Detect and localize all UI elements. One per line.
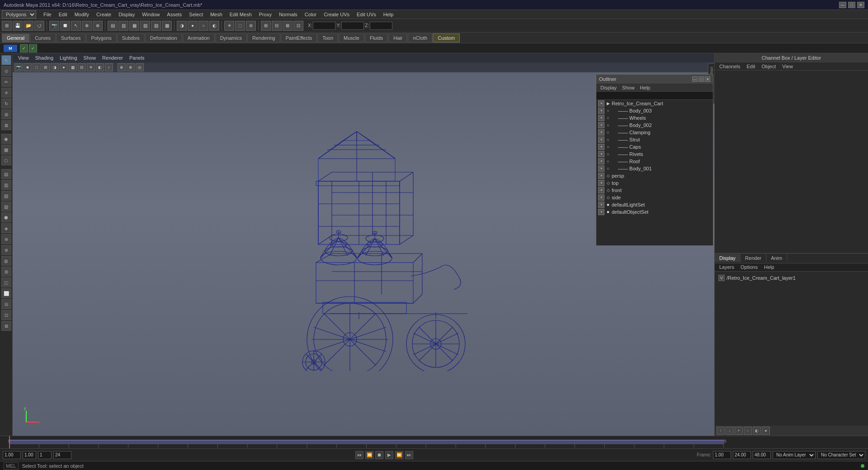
poly-tool-5[interactable]: ⬢ (1, 212, 11, 222)
outliner-visibility-icon[interactable]: ⚬ (598, 144, 604, 150)
outliner-visibility-icon[interactable]: ⚬ (598, 129, 604, 136)
poly-tool-8[interactable]: ⊗ (1, 245, 11, 255)
transport-start[interactable]: ⏮ (355, 451, 363, 459)
toolbar-button[interactable]: ▩ (162, 21, 172, 31)
toolbar-button[interactable]: ◌ (235, 21, 245, 31)
outliner-item[interactable]: ⚬○—— Body_001 (596, 165, 713, 172)
toolbar-button[interactable]: ▥ (118, 21, 128, 31)
menu-item-display[interactable]: Display (115, 11, 138, 18)
character-set-select[interactable]: No Character Set (817, 451, 865, 459)
outliner-visibility-icon[interactable]: ⚬ (598, 209, 604, 215)
toolbar-button[interactable]: ● (188, 21, 198, 31)
minimize-button[interactable]: — (839, 2, 846, 8)
tab-surfaces[interactable]: Surfaces (56, 33, 85, 42)
outliner-item[interactable]: ⚬○—— Clamping (596, 129, 713, 136)
menu-item-file[interactable]: File (40, 11, 55, 18)
poly-tool-2[interactable]: ▥ (1, 180, 11, 190)
layer-btn-5[interactable]: ◐ (753, 427, 761, 435)
menu-item-edit-mesh[interactable]: Edit Mesh (226, 11, 255, 18)
range-end-input[interactable] (53, 451, 71, 459)
tab-subdivs[interactable]: Subdivs (117, 33, 145, 42)
frame-range-total[interactable] (753, 451, 771, 459)
scale-tool[interactable]: ⊞ (1, 109, 11, 119)
toolbar-button[interactable]: ▦ (129, 21, 139, 31)
layer-menu-help[interactable]: Help (761, 264, 777, 270)
vp-snap2[interactable]: ⊗ (127, 63, 135, 71)
outliner-visibility-icon[interactable]: ⚬ (598, 173, 604, 179)
vp-shade1[interactable]: ◑ (51, 63, 59, 71)
outliner-item[interactable]: ⚬■defaultLightSet (596, 201, 713, 208)
layer-btn-2[interactable]: ↓ (726, 427, 734, 435)
vp-camera[interactable]: 📷 (14, 63, 23, 71)
toolbar-button[interactable]: ⊡ (293, 21, 303, 31)
tab-polygons[interactable]: Polygons (86, 33, 116, 42)
mode-selector[interactable]: Polygons (2, 10, 36, 19)
vp-menu-lighting[interactable]: Lighting (57, 54, 80, 61)
poly-tool-14[interactable]: ⊡ (1, 310, 11, 320)
layer-btn-3[interactable]: + (735, 427, 743, 435)
timeline[interactable] (0, 436, 868, 448)
outliner-item[interactable]: ⚬○—— Rivets (596, 150, 713, 158)
camera-tool[interactable]: ◉ (1, 134, 11, 144)
out-menu-help[interactable]: Help (638, 85, 653, 91)
outliner-search-input[interactable] (598, 93, 711, 98)
start-frame-input[interactable] (3, 451, 21, 459)
outliner-maximize[interactable]: □ (698, 76, 704, 82)
transport-next[interactable]: ⏩ (395, 451, 403, 459)
vp-menu-panels[interactable]: Panels (127, 54, 147, 61)
outliner-item[interactable]: ⚬○—— Caps (596, 143, 713, 150)
vp-snap1[interactable]: ⊕ (118, 63, 126, 71)
menu-item-select[interactable]: Select (185, 11, 207, 18)
toolbar-button[interactable]: 🔲 (60, 21, 70, 31)
current-frame-display[interactable] (23, 451, 36, 459)
paint-weights-tool[interactable]: ⬡ (1, 155, 11, 165)
vp-texture[interactable]: ▦ (69, 63, 77, 71)
poly-tool-13[interactable]: ⊟ (1, 299, 11, 309)
transport-stop[interactable]: ⏹ (375, 451, 383, 459)
outliner-item[interactable]: ⚬○—— Roof (596, 158, 713, 165)
outliner-item[interactable]: ⚬○—— Body_003 (596, 107, 713, 114)
outliner-item[interactable]: ⚬○—— Strut (596, 136, 713, 143)
toolbar-button[interactable]: 📷 (49, 21, 59, 31)
outliner-item[interactable]: ⚬▶Retro_Ice_Cream_Cart (596, 100, 713, 107)
menu-item-edit-uvs[interactable]: Edit UVs (353, 11, 380, 18)
menu-item-proxy[interactable]: Proxy (255, 11, 275, 18)
anim-layer-select[interactable]: No Anim Layer (773, 451, 816, 459)
outliner-item[interactable]: ⚬◇side (596, 194, 713, 201)
vp-grid[interactable]: ⊟ (78, 63, 86, 71)
outliner-visibility-icon[interactable]: ⚬ (598, 187, 604, 193)
outliner-visibility-icon[interactable]: ⚬ (598, 202, 604, 208)
tab-hair[interactable]: Hair (388, 33, 407, 42)
outliner-visibility-icon[interactable]: ⚬ (598, 122, 604, 128)
outliner-item[interactable]: ⚬◇persp (596, 172, 713, 179)
close-button[interactable]: ✕ (857, 2, 864, 8)
tab-dynamics[interactable]: Dynamics (215, 33, 247, 42)
snap-tool[interactable]: ⊠ (1, 321, 11, 331)
vp-shade2[interactable]: ● (60, 63, 68, 71)
coord-input-x[interactable] (313, 22, 335, 30)
outliner-visibility-icon[interactable]: ⚬ (598, 100, 604, 107)
tab-painteffects[interactable]: PaintEffects (281, 33, 317, 42)
poly-tool-10[interactable]: ⊞ (1, 267, 11, 277)
layer-visibility[interactable]: V (718, 275, 725, 281)
poly-tool-9[interactable]: ◍ (1, 256, 11, 266)
toolbar-button[interactable]: ▨ (151, 21, 161, 31)
menu-item-modify[interactable]: Modify (71, 11, 93, 18)
poly-tool-11[interactable]: ◫ (1, 277, 11, 287)
poly-tool-3[interactable]: ▧ (1, 191, 11, 201)
menu-item-window[interactable]: Window (138, 11, 163, 18)
poly-tool-4[interactable]: ▨ (1, 202, 11, 212)
vp-select1[interactable]: ■ (24, 63, 32, 71)
toolbar-button[interactable]: ⊟ (272, 21, 282, 31)
toolbar-button[interactable]: 📂 (24, 21, 33, 31)
coord-input-z[interactable] (370, 22, 392, 30)
poly-tool-1[interactable]: ▤ (1, 169, 11, 179)
outliner-search[interactable] (596, 92, 713, 100)
toolbar-button[interactable]: ⭯ (34, 21, 44, 31)
tab-general[interactable]: General (2, 33, 29, 42)
layer-tab-display[interactable]: Display (715, 254, 741, 262)
outliner-item[interactable]: ⚬○—— Wheels (596, 114, 713, 122)
tab-deformation[interactable]: Deformation (145, 33, 182, 42)
tab-custom[interactable]: Custom (433, 33, 460, 42)
frame-range-end[interactable] (733, 451, 751, 459)
